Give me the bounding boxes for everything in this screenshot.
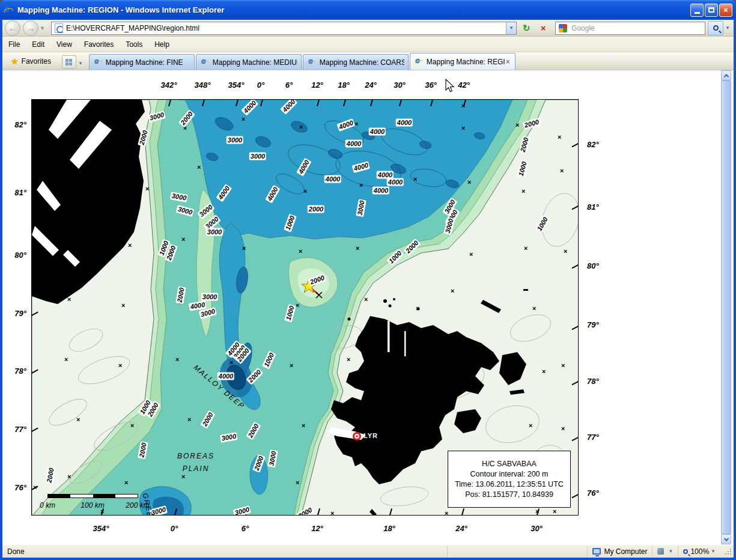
- contour-depth-label: 4000: [369, 128, 386, 136]
- search-go-button[interactable]: [708, 21, 723, 35]
- graticule-cross: ×: [230, 359, 233, 365]
- tab-list-caret-icon[interactable]: ▼: [78, 61, 83, 66]
- scale-label: 200 km: [126, 501, 149, 510]
- search-input[interactable]: [570, 23, 705, 33]
- latitude-label: 79°: [587, 320, 599, 329]
- longitude-label: 30°: [394, 81, 406, 90]
- scroll-down-icon[interactable]: [721, 534, 731, 544]
- recent-pages-caret-icon[interactable]: ▼: [40, 25, 45, 31]
- contour-depth-label: 4000: [387, 178, 404, 186]
- back-button[interactable]: ←: [5, 20, 20, 36]
- graticule-cross: ×: [516, 122, 519, 128]
- close-button[interactable]: ×: [719, 4, 732, 17]
- ie-logo-icon: e: [415, 57, 423, 65]
- longitude-label: 18°: [383, 524, 395, 533]
- longitude-label: 0°: [257, 81, 264, 90]
- resize-grip[interactable]: [724, 547, 732, 555]
- menu-item[interactable]: View: [50, 38, 78, 51]
- longitude-label: 354°: [93, 524, 109, 533]
- graticule-cross: ×: [296, 479, 299, 485]
- graticule-cross: ×: [451, 288, 454, 294]
- graticule-cross: ×: [181, 236, 185, 242]
- latitude-label: 80°: [587, 261, 599, 270]
- ie-logo-icon: e: [308, 58, 316, 66]
- longitude-label: 36°: [425, 81, 437, 90]
- latitude-label: 82°: [587, 140, 599, 149]
- graticule-cross: ×: [64, 356, 68, 362]
- position: Pos: 81.151577, 10.84939: [465, 490, 553, 499]
- graticule-cross: ×: [469, 251, 473, 257]
- contour-depth-label: 3000: [249, 153, 266, 160]
- graticule-cross: ×: [561, 362, 565, 368]
- longitude-label: 12°: [311, 81, 323, 90]
- menu-item[interactable]: Favorites: [78, 38, 120, 51]
- graticule-cross: ×: [529, 422, 532, 428]
- graticule-cross: ×: [242, 245, 246, 251]
- search-box[interactable]: [555, 22, 705, 35]
- contour-depth-label: 4000: [217, 373, 234, 380]
- address-toolbar: ← → ▼ ▼ ↻ × ▼: [2, 20, 734, 37]
- favorites-star-icon: ★: [11, 56, 19, 66]
- graticule-cross: ×: [303, 188, 307, 194]
- longitude-label: 24°: [365, 81, 377, 90]
- title-bar[interactable]: e Mapping Machine: REGION - Windows Inte…: [0, 0, 736, 20]
- minimize-button[interactable]: [690, 4, 704, 17]
- menu-item[interactable]: File: [2, 38, 26, 51]
- search-options-caret-icon[interactable]: ▼: [725, 25, 730, 31]
- scroll-up-icon[interactable]: [721, 70, 731, 81]
- longitude-label: 24°: [455, 524, 467, 533]
- menu-item[interactable]: Edit: [26, 38, 50, 51]
- favorites-button[interactable]: ★ Favorites: [6, 53, 56, 69]
- stop-button[interactable]: ×: [536, 21, 550, 35]
- graticule-cross: ×: [532, 305, 536, 311]
- graticule-cross: ×: [413, 176, 417, 182]
- browser-tab[interactable]: e Mapping Machine: REGION ×: [410, 53, 516, 70]
- refresh-button[interactable]: ↻: [519, 21, 534, 35]
- forward-button[interactable]: →: [23, 20, 38, 36]
- graticule-cross: ×: [524, 245, 528, 251]
- privacy-caret-icon: ▼: [668, 549, 673, 554]
- status-bar: Done My Computer ▼ 100% ▼: [2, 544, 734, 558]
- browser-tab[interactable]: e Mapping Machine: FINE ×: [89, 54, 195, 70]
- longitude-label: 354°: [228, 81, 245, 90]
- contour-depth-label: 3000: [227, 136, 243, 144]
- bathymetric-map: ××××××××××××××××××××××××××××××××××××××××…: [31, 99, 579, 516]
- maximize-button[interactable]: [705, 4, 718, 17]
- address-dropdown-caret-icon[interactable]: ▼: [506, 22, 516, 34]
- graticule-cross: ×: [181, 473, 185, 479]
- contour-depth-label: 4000: [324, 175, 341, 183]
- longitude-label: 6°: [242, 524, 249, 533]
- contour-interval: Contour interval: 200 m: [470, 470, 549, 478]
- zoom-caret-icon: ▼: [711, 549, 716, 554]
- latitude-label: 77°: [11, 425, 26, 434]
- quick-tabs-button[interactable]: [62, 55, 76, 68]
- browser-tab[interactable]: e Mapping Machine: MEDIUM ×: [196, 54, 302, 70]
- zoom-control[interactable]: 100% ▼: [678, 546, 720, 557]
- graticule-cross: ×: [67, 296, 71, 302]
- graticule-cross: ×: [33, 484, 37, 490]
- menu-item[interactable]: Help: [148, 38, 175, 51]
- graticule-cross: ×: [330, 510, 334, 516]
- graticule-cross: ×: [461, 103, 465, 109]
- address-input[interactable]: [66, 23, 506, 34]
- address-bar[interactable]: ▼: [51, 22, 517, 35]
- latitude-label: 81°: [587, 202, 599, 212]
- graticule-cross: ×: [130, 422, 134, 428]
- graticule-cross: ×: [73, 236, 77, 242]
- my-computer-icon: [592, 548, 601, 555]
- zoom-icon: [683, 549, 688, 554]
- tab-label: Mapping Machine: COARSE: [320, 58, 404, 67]
- contour-depth-label: 4000: [345, 140, 362, 148]
- menu-item[interactable]: Tools: [120, 38, 148, 51]
- tab-close-icon[interactable]: ×: [505, 58, 511, 66]
- latitude-label: 80°: [11, 251, 26, 260]
- graticule-cross: ×: [354, 121, 358, 127]
- graticule-cross: ×: [564, 248, 567, 254]
- browser-tab[interactable]: e Mapping Machine: COARSE ×: [303, 54, 409, 70]
- latitude-label: 81°: [11, 188, 26, 197]
- scrollbar-thumb[interactable]: [721, 81, 731, 534]
- graticule-cross: ×: [121, 302, 125, 308]
- vertical-scrollbar[interactable]: [721, 70, 731, 544]
- ie-logo-icon: e: [4, 5, 14, 15]
- privacy-button[interactable]: ▼: [652, 546, 678, 557]
